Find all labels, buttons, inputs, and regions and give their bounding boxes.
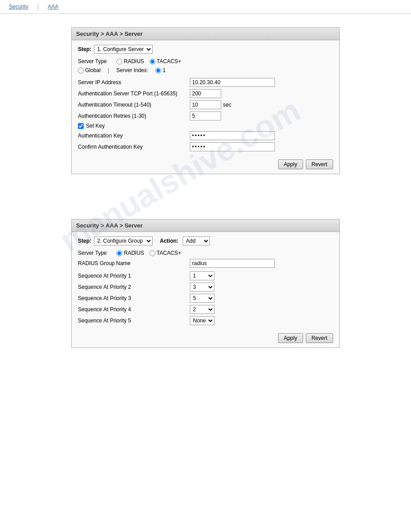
confirm-key-input[interactable] — [190, 142, 275, 151]
server-ip-label: Server IP Address — [78, 79, 190, 86]
retries-input[interactable] — [190, 112, 221, 120]
step-label-1: Step: — [78, 46, 91, 52]
step-label-2: Step: — [78, 238, 91, 244]
seq-priority-3-select[interactable]: None 1 2 3 4 5 — [190, 294, 214, 303]
set-key-checkbox[interactable] — [78, 123, 84, 129]
group-name-label: RADIUS Group Name — [78, 260, 190, 266]
tcp-port-row: Authentication Server TCP Port (1-65635) — [78, 89, 333, 98]
seq-priority-1-select[interactable]: None 1 2 3 4 5 — [190, 271, 214, 280]
radio-tacacs-2[interactable]: TACACS+ — [150, 250, 181, 256]
group-name-row: RADIUS Group Name — [78, 259, 333, 268]
tcp-port-label: Authentication Server TCP Port (1-65635) — [78, 90, 190, 97]
seq-priority-2-label: Sequence At Priority 2 — [78, 284, 190, 290]
nav-link-2[interactable]: AAA — [47, 4, 58, 10]
seq-priority-2-row: Sequence At Priority 2 None 1 2 3 4 5 — [78, 283, 333, 292]
panel-configure-server: Security > AAA > Server Step: 1. Configu… — [71, 27, 340, 174]
radio-radius-1[interactable]: RADIUS — [116, 58, 144, 64]
group-name-input[interactable] — [190, 259, 275, 268]
button-row-1: Apply Revert — [78, 156, 333, 169]
retries-row: Authentication Retries (1-30) — [78, 112, 333, 120]
seq-priority-2-select[interactable]: None 1 2 3 4 5 — [190, 283, 214, 292]
server-type-row-2: Server Type RADIUS TACACS+ — [78, 250, 333, 256]
seq-priority-3-label: Sequence At Priority 3 — [78, 295, 190, 301]
seq-priority-4-label: Sequence At Priority 4 — [78, 306, 190, 313]
server-index-label: Server Index: — [116, 67, 148, 73]
seq-priority-5-row: Sequence At Priority 5 None 1 2 3 4 5 — [78, 316, 333, 325]
radio-server-index-val[interactable]: 1 — [155, 67, 166, 73]
server-ip-input[interactable] — [190, 78, 275, 87]
apply-button-2[interactable]: Apply — [278, 333, 303, 343]
top-nav: Security | AAA — [0, 0, 411, 14]
radio-radius-2[interactable]: RADIUS — [116, 250, 144, 256]
button-row-2: Apply Revert — [78, 330, 333, 343]
confirm-key-row: Confirm Authentication Key — [78, 142, 333, 151]
nav-link-1[interactable]: Security — [9, 4, 28, 10]
apply-button-1[interactable]: Apply — [278, 159, 303, 169]
timeout-input[interactable] — [190, 100, 221, 109]
timeout-label: Authentication Timeout (1-540) — [78, 102, 190, 108]
seq-priority-5-label: Sequence At Priority 5 — [78, 317, 190, 324]
seq-priority-3-row: Sequence At Priority 3 None 1 2 3 4 5 — [78, 294, 333, 303]
timeout-row: Authentication Timeout (1-540) sec — [78, 100, 333, 109]
radio-global[interactable]: Global — [78, 67, 101, 73]
set-key-row: Set Key — [78, 123, 333, 129]
timeout-unit: sec — [223, 102, 231, 108]
server-type-label-1: Server Type — [78, 58, 107, 64]
tcp-port-input[interactable] — [190, 89, 221, 98]
seq-priority-5-select[interactable]: None 1 2 3 4 5 — [190, 316, 214, 325]
revert-button-1[interactable]: Revert — [306, 159, 333, 169]
step-select-1[interactable]: 1. Configure Server 2. Configure Group — [94, 45, 153, 54]
action-label: Action: — [160, 238, 178, 244]
step-action-row: Step: 1. Configure Server 2. Configure G… — [78, 236, 333, 245]
step-row-1: Step: 1. Configure Server 2. Configure G… — [78, 45, 333, 54]
step-select-2[interactable]: 1. Configure Server 2. Configure Group — [94, 236, 153, 245]
action-select[interactable]: Add Delete — [183, 236, 210, 245]
seq-priority-1-label: Sequence At Priority 1 — [78, 273, 190, 279]
server-ip-row: Server IP Address — [78, 78, 333, 87]
auth-key-input[interactable] — [190, 131, 275, 140]
radio-tacacs-1[interactable]: TACACS+ — [150, 58, 181, 64]
auth-key-row: Authentication Key — [78, 131, 333, 140]
revert-button-2[interactable]: Revert — [306, 333, 333, 343]
seq-priority-4-row: Sequence At Priority 4 None 1 2 3 4 5 — [78, 305, 333, 314]
server-type-row-1: Server Type RADIUS TACACS+ — [78, 58, 333, 64]
panel2-title: Security > AAA > Server — [72, 219, 339, 232]
confirm-key-label: Confirm Authentication Key — [78, 144, 190, 150]
seq-priority-4-select[interactable]: None 1 2 3 4 5 — [190, 305, 214, 314]
server-type-label-2: Server Type — [78, 250, 107, 256]
retries-label: Authentication Retries (1-30) — [78, 113, 190, 119]
global-index-row: Global | Server Index: 1 — [78, 67, 333, 73]
set-key-label: Set Key — [86, 123, 105, 129]
auth-key-label: Authentication Key — [78, 133, 190, 139]
panel1-title: Security > AAA > Server — [72, 28, 339, 40]
panel-configure-group: Security > AAA > Server Step: 1. Configu… — [71, 219, 340, 348]
seq-priority-1-row: Sequence At Priority 1 None 1 2 3 4 5 — [78, 271, 333, 280]
